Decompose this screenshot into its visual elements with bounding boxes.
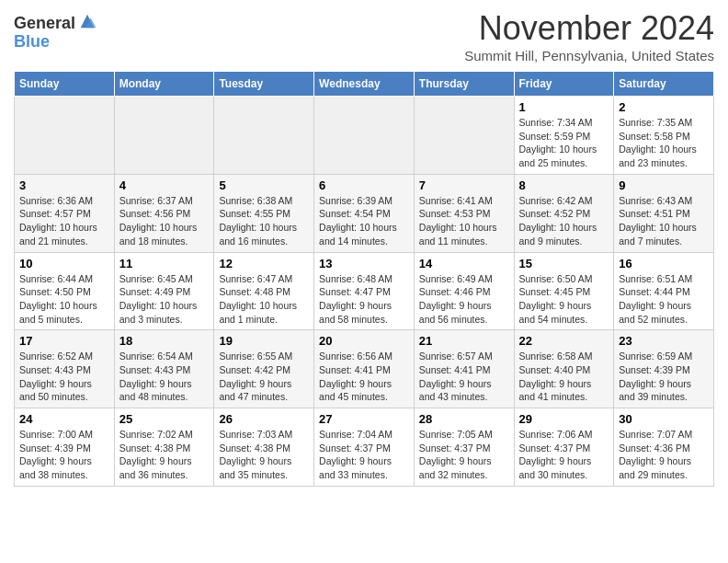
day-header-tuesday: Tuesday [214,72,314,97]
day-number: 17 [19,334,109,348]
day-number: 24 [19,412,109,426]
calendar-cell: 30Sunrise: 7:07 AM Sunset: 4:36 PM Dayli… [614,408,714,487]
day-number: 25 [119,412,210,426]
day-number: 27 [319,412,409,426]
calendar-cell: 3Sunrise: 6:36 AM Sunset: 4:57 PM Daylig… [15,174,115,252]
day-header-wednesday: Wednesday [314,72,415,97]
day-header-sunday: Sunday [15,72,115,97]
calendar-cell: 25Sunrise: 7:02 AM Sunset: 4:38 PM Dayli… [114,408,214,487]
calendar-cell: 15Sunrise: 6:50 AM Sunset: 4:45 PM Dayli… [514,252,614,330]
day-info: Sunrise: 6:39 AM Sunset: 4:54 PM Dayligh… [319,194,409,248]
day-number: 28 [419,412,509,426]
calendar-cell [314,97,415,175]
day-info: Sunrise: 7:35 AM Sunset: 5:58 PM Dayligh… [619,116,709,170]
day-number: 5 [219,178,309,192]
day-info: Sunrise: 6:58 AM Sunset: 4:40 PM Dayligh… [519,350,609,404]
day-info: Sunrise: 6:50 AM Sunset: 4:45 PM Dayligh… [519,272,609,327]
logo-icon [77,11,97,31]
calendar-cell: 19Sunrise: 6:55 AM Sunset: 4:42 PM Dayli… [214,330,314,408]
day-number: 16 [619,257,709,270]
calendar-cell: 4Sunrise: 6:37 AM Sunset: 4:56 PM Daylig… [114,174,214,252]
day-number: 22 [519,334,609,348]
calendar-cell: 10Sunrise: 6:44 AM Sunset: 4:50 PM Dayli… [15,252,115,330]
day-number: 21 [419,334,509,348]
logo-general-text: General [14,15,75,33]
calendar-cell: 22Sunrise: 6:58 AM Sunset: 4:40 PM Dayli… [514,330,614,408]
calendar-cell: 29Sunrise: 7:06 AM Sunset: 4:37 PM Dayli… [514,408,614,487]
calendar-cell [114,97,214,175]
day-header-saturday: Saturday [614,72,714,97]
calendar-cell: 9Sunrise: 6:43 AM Sunset: 4:51 PM Daylig… [614,174,714,252]
day-number: 2 [619,100,709,114]
calendar-cell: 26Sunrise: 7:03 AM Sunset: 4:38 PM Dayli… [214,408,314,487]
calendar-cell: 12Sunrise: 6:47 AM Sunset: 4:48 PM Dayli… [214,252,314,330]
calendar-cell: 14Sunrise: 6:49 AM Sunset: 4:46 PM Dayli… [414,252,514,330]
calendar-cell: 1Sunrise: 7:34 AM Sunset: 5:59 PM Daylig… [514,97,614,175]
day-info: Sunrise: 6:52 AM Sunset: 4:43 PM Dayligh… [19,350,109,404]
calendar-cell: 13Sunrise: 6:48 AM Sunset: 4:47 PM Dayli… [314,252,415,330]
month-title: November 2024 [464,9,714,48]
day-info: Sunrise: 6:57 AM Sunset: 4:41 PM Dayligh… [419,350,509,404]
day-number: 29 [519,412,609,426]
day-number: 13 [319,257,409,270]
day-number: 7 [419,178,509,192]
calendar-cell: 23Sunrise: 6:59 AM Sunset: 4:39 PM Dayli… [614,330,714,408]
day-number: 15 [519,257,609,270]
day-info: Sunrise: 6:49 AM Sunset: 4:46 PM Dayligh… [419,272,509,327]
day-number: 19 [219,334,309,348]
calendar-cell [214,97,314,175]
calendar-week-row: 24Sunrise: 7:00 AM Sunset: 4:39 PM Dayli… [15,408,714,487]
day-header-monday: Monday [114,72,214,97]
day-info: Sunrise: 6:38 AM Sunset: 4:55 PM Dayligh… [219,194,309,248]
day-info: Sunrise: 6:45 AM Sunset: 4:49 PM Dayligh… [119,272,210,327]
calendar-cell: 28Sunrise: 7:05 AM Sunset: 4:37 PM Dayli… [414,408,514,487]
calendar-week-row: 10Sunrise: 6:44 AM Sunset: 4:50 PM Dayli… [15,252,714,330]
day-info: Sunrise: 6:51 AM Sunset: 4:44 PM Dayligh… [619,272,709,327]
calendar-cell [414,97,514,175]
calendar-cell: 18Sunrise: 6:54 AM Sunset: 4:43 PM Dayli… [114,330,214,408]
day-info: Sunrise: 6:48 AM Sunset: 4:47 PM Dayligh… [319,272,409,327]
calendar-cell: 8Sunrise: 6:42 AM Sunset: 4:52 PM Daylig… [514,174,614,252]
calendar-cell: 5Sunrise: 6:38 AM Sunset: 4:55 PM Daylig… [214,174,314,252]
calendar-cell: 20Sunrise: 6:56 AM Sunset: 4:41 PM Dayli… [314,330,415,408]
day-number: 23 [619,334,709,348]
calendar-cell: 11Sunrise: 6:45 AM Sunset: 4:49 PM Dayli… [114,252,214,330]
calendar-cell: 7Sunrise: 6:41 AM Sunset: 4:53 PM Daylig… [414,174,514,252]
day-number: 11 [119,257,210,270]
calendar-cell: 2Sunrise: 7:35 AM Sunset: 5:58 PM Daylig… [614,97,714,175]
day-info: Sunrise: 6:54 AM Sunset: 4:43 PM Dayligh… [119,350,210,404]
day-info: Sunrise: 7:00 AM Sunset: 4:39 PM Dayligh… [19,428,109,482]
page-header: General Blue November 2024 Summit Hill, … [14,9,714,63]
day-info: Sunrise: 6:59 AM Sunset: 4:39 PM Dayligh… [619,350,709,404]
calendar-week-row: 1Sunrise: 7:34 AM Sunset: 5:59 PM Daylig… [15,97,714,175]
day-header-friday: Friday [514,72,614,97]
day-info: Sunrise: 6:44 AM Sunset: 4:50 PM Dayligh… [19,272,109,327]
day-number: 4 [119,178,210,192]
logo-blue-text: Blue [14,33,75,52]
day-number: 9 [619,178,709,192]
day-info: Sunrise: 6:56 AM Sunset: 4:41 PM Dayligh… [319,350,409,404]
day-number: 3 [19,178,109,192]
day-info: Sunrise: 6:37 AM Sunset: 4:56 PM Dayligh… [119,194,210,248]
calendar-cell: 6Sunrise: 6:39 AM Sunset: 4:54 PM Daylig… [314,174,415,252]
calendar-cell: 21Sunrise: 6:57 AM Sunset: 4:41 PM Dayli… [414,330,514,408]
day-info: Sunrise: 7:05 AM Sunset: 4:37 PM Dayligh… [419,428,509,482]
day-number: 20 [319,334,409,348]
day-info: Sunrise: 6:41 AM Sunset: 4:53 PM Dayligh… [419,194,509,248]
day-info: Sunrise: 7:06 AM Sunset: 4:37 PM Dayligh… [519,428,609,482]
calendar-header-row: SundayMondayTuesdayWednesdayThursdayFrid… [15,72,714,97]
location-title: Summit Hill, Pennsylvania, United States [464,48,714,63]
day-info: Sunrise: 6:43 AM Sunset: 4:51 PM Dayligh… [619,194,709,248]
day-info: Sunrise: 6:55 AM Sunset: 4:42 PM Dayligh… [219,350,309,404]
day-header-thursday: Thursday [414,72,514,97]
day-number: 1 [519,100,609,114]
logo: General Blue [14,15,97,52]
calendar-cell: 24Sunrise: 7:00 AM Sunset: 4:39 PM Dayli… [15,408,115,487]
calendar-cell [15,97,115,175]
day-number: 8 [519,178,609,192]
day-number: 30 [619,412,709,426]
day-info: Sunrise: 7:34 AM Sunset: 5:59 PM Dayligh… [519,116,609,170]
day-info: Sunrise: 7:03 AM Sunset: 4:38 PM Dayligh… [219,428,309,482]
day-number: 18 [119,334,210,348]
day-info: Sunrise: 7:07 AM Sunset: 4:36 PM Dayligh… [619,428,709,482]
